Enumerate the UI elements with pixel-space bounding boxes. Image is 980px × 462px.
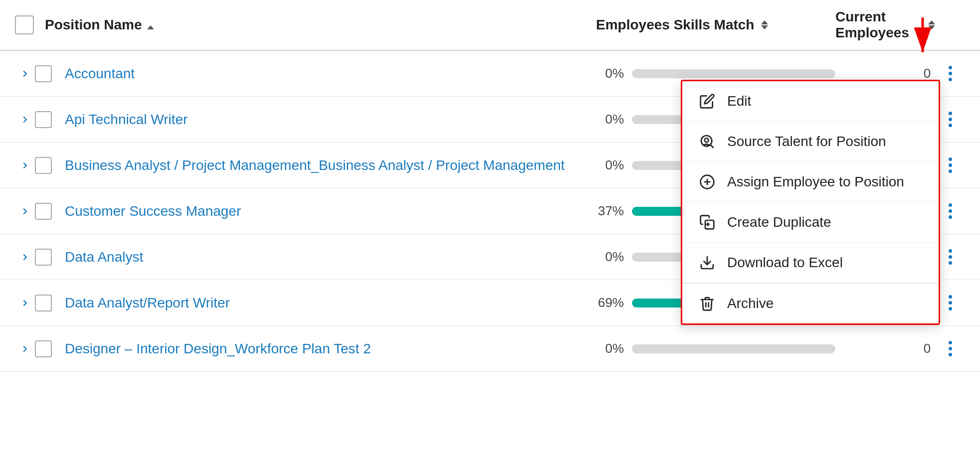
position-name-link[interactable]: Accountant bbox=[65, 66, 135, 81]
table-row: Designer – Interior Design_Workforce Pla… bbox=[0, 326, 980, 372]
skills-percentage: 0% bbox=[596, 157, 624, 173]
download-icon bbox=[698, 254, 716, 272]
red-arrow-indicator bbox=[893, 15, 933, 67]
position-name-link[interactable]: Customer Success Manager bbox=[65, 203, 241, 219]
row-skills-match: 0% bbox=[596, 341, 835, 356]
menu-item-archive-label: Archive bbox=[727, 296, 774, 311]
skills-percentage: 37% bbox=[596, 203, 624, 219]
row-position-name: Customer Success Manager bbox=[65, 203, 596, 219]
position-name-link[interactable]: Data Analyst bbox=[65, 249, 143, 265]
row-employees-count: 0 bbox=[835, 337, 965, 360]
skills-percentage: 0% bbox=[596, 249, 624, 265]
menu-item-create-duplicate-label: Create Duplicate bbox=[727, 214, 831, 230]
duplicate-icon bbox=[698, 213, 716, 231]
row-actions-button[interactable] bbox=[946, 199, 955, 223]
sort-icon bbox=[147, 25, 154, 29]
row-actions-button[interactable] bbox=[946, 291, 955, 314]
menu-item-assign-employee-label: Assign Employee to Position bbox=[727, 174, 904, 190]
row-position-name: Data Analyst bbox=[65, 249, 596, 265]
svg-point-4 bbox=[705, 138, 709, 142]
row-checkbox-col bbox=[35, 340, 65, 357]
row-checkbox-col bbox=[35, 295, 65, 311]
row-checkbox-col bbox=[35, 65, 65, 82]
search-icon bbox=[698, 133, 716, 151]
row-actions-button[interactable] bbox=[946, 154, 955, 177]
menu-item-create-duplicate[interactable]: Create Duplicate bbox=[682, 202, 939, 243]
row-position-name: Business Analyst / Project Management_Bu… bbox=[65, 157, 596, 173]
skills-bar-background bbox=[632, 344, 835, 353]
menu-item-edit-label: Edit bbox=[727, 93, 751, 109]
skills-percentage: 69% bbox=[596, 295, 624, 310]
row-position-name: Designer – Interior Design_Workforce Pla… bbox=[65, 341, 596, 357]
context-menu: Edit Source Talent for Position bbox=[681, 80, 940, 325]
position-name-link[interactable]: Data Analyst/Report Writer bbox=[65, 295, 230, 310]
menu-item-download-excel-label: Download to Excel bbox=[727, 255, 843, 271]
menu-item-assign-employee[interactable]: Assign Employee to Position bbox=[682, 162, 939, 202]
employee-count: 0 bbox=[920, 341, 935, 356]
menu-item-source-talent[interactable]: Source Talent for Position bbox=[682, 122, 939, 162]
position-name-label: Position Name bbox=[45, 17, 142, 32]
skills-match-label: Employees Skills Match bbox=[596, 17, 754, 33]
header-checkbox-col bbox=[15, 15, 45, 34]
row-expand-btn[interactable] bbox=[15, 298, 35, 308]
row-checkbox-col bbox=[35, 249, 65, 266]
row-actions-button[interactable] bbox=[946, 62, 955, 85]
row-expand-btn[interactable] bbox=[15, 160, 35, 171]
row-expand-btn[interactable] bbox=[15, 68, 35, 79]
skills-percentage: 0% bbox=[596, 66, 624, 81]
header-skills-match[interactable]: Employees Skills Match bbox=[596, 17, 835, 33]
menu-item-source-talent-label: Source Talent for Position bbox=[727, 134, 886, 150]
select-all-checkbox[interactable] bbox=[15, 15, 34, 34]
row-position-name: Api Technical Writer bbox=[65, 112, 596, 128]
skills-bar-background bbox=[632, 69, 835, 78]
row-checkbox[interactable] bbox=[35, 249, 52, 266]
row-position-name: Data Analyst/Report Writer bbox=[65, 295, 596, 311]
plus-circle-icon bbox=[698, 173, 716, 191]
edit-icon bbox=[698, 92, 716, 110]
svg-line-3 bbox=[710, 145, 713, 148]
row-checkbox-col bbox=[35, 203, 65, 220]
position-name-link[interactable]: Designer – Interior Design_Workforce Pla… bbox=[65, 341, 371, 356]
row-actions-button[interactable] bbox=[946, 337, 955, 360]
row-skills-match: 0% bbox=[596, 66, 835, 81]
row-position-name: Accountant bbox=[65, 66, 596, 82]
row-checkbox[interactable] bbox=[35, 203, 52, 220]
row-checkbox-col bbox=[35, 111, 65, 128]
row-actions-button[interactable] bbox=[946, 108, 955, 131]
row-expand-btn[interactable] bbox=[15, 206, 35, 217]
row-checkbox[interactable] bbox=[35, 111, 52, 128]
row-checkbox[interactable] bbox=[35, 340, 52, 357]
table-header: Position Name Employees Skills Match Cur… bbox=[0, 0, 980, 51]
skills-percentage: 0% bbox=[596, 112, 624, 127]
row-checkbox[interactable] bbox=[35, 157, 52, 174]
row-checkbox[interactable] bbox=[35, 65, 52, 82]
row-checkbox-col bbox=[35, 157, 65, 174]
skills-percentage: 0% bbox=[596, 341, 624, 356]
row-expand-btn[interactable] bbox=[15, 252, 35, 263]
trash-icon bbox=[698, 295, 716, 312]
main-container: Position Name Employees Skills Match Cur… bbox=[0, 0, 980, 462]
skills-sort-icon bbox=[761, 20, 768, 29]
employee-count: 0 bbox=[920, 66, 935, 81]
row-actions-button[interactable] bbox=[946, 245, 955, 269]
row-expand-btn[interactable] bbox=[15, 343, 35, 354]
menu-item-edit[interactable]: Edit bbox=[682, 81, 939, 122]
position-name-link[interactable]: Business Analyst / Project Management_Bu… bbox=[65, 157, 565, 173]
menu-item-archive[interactable]: Archive bbox=[682, 284, 939, 323]
position-name-link[interactable]: Api Technical Writer bbox=[65, 112, 188, 127]
row-checkbox[interactable] bbox=[35, 295, 52, 311]
menu-item-download-excel[interactable]: Download to Excel bbox=[682, 243, 939, 283]
header-position-name[interactable]: Position Name bbox=[45, 17, 596, 33]
row-expand-btn[interactable] bbox=[15, 114, 35, 125]
